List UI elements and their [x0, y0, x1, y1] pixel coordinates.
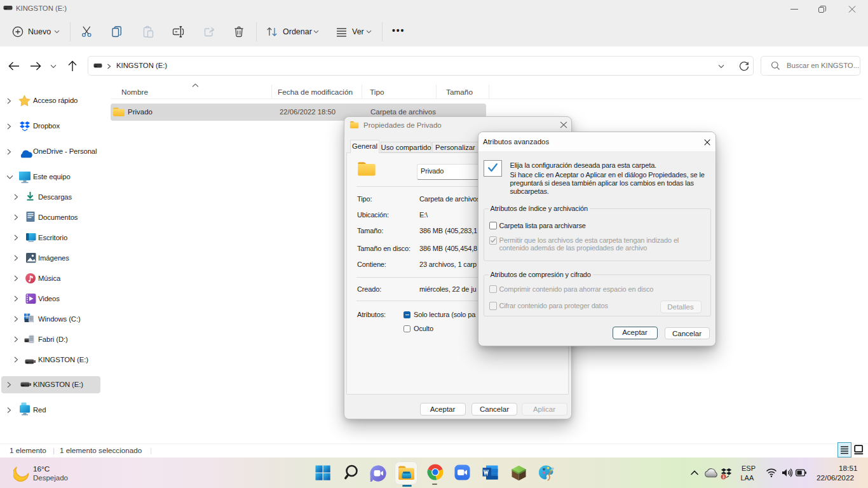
svg-text:3: 3 — [722, 475, 725, 479]
